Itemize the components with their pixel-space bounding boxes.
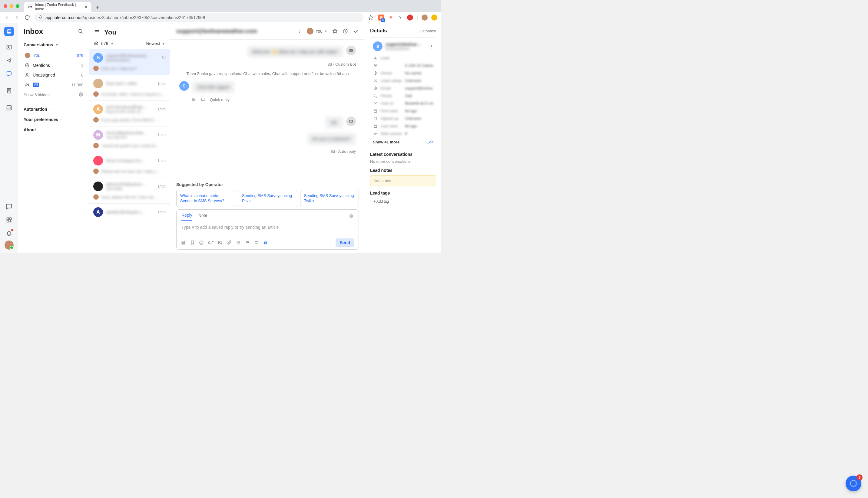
maximize-window[interactable] <box>16 4 20 8</box>
detail-row: Lead categoryUnknown <box>373 77 433 84</box>
attachment-icon[interactable] <box>227 240 232 245</box>
rail-apps-icon[interactable] <box>3 214 15 226</box>
show-more-button[interactable]: Show 41 more <box>373 140 399 144</box>
avatar-icon <box>93 66 99 71</box>
conversation-item[interactable]: Mmross@pearsonhar…Your law firm1mthI wou… <box>89 126 170 152</box>
chevron-down-icon: ▾ <box>56 43 58 47</box>
rail-chat-icon[interactable] <box>3 200 15 213</box>
suggested-article[interactable]: What is alphanumeric Sender in SMS Surve… <box>176 190 235 207</box>
extension-icon[interactable]: ▦64 <box>378 14 384 21</box>
suggested-article[interactable]: Sending SMS Surveys using Twilio <box>300 190 359 207</box>
conversations-section-toggle[interactable]: Conversations ▾ <box>24 40 83 50</box>
conversation-item[interactable]: jathorn333@yahoo…John Bibb1mthSure, plea… <box>89 178 170 203</box>
gif-icon[interactable]: GIF <box>208 241 214 245</box>
svg-point-26 <box>201 242 201 243</box>
chevron-right-icon: › <box>50 107 51 111</box>
conversation-item[interactable]: Rose Compass fro…1mthPlease tell me how … <box>89 152 170 178</box>
app-icon[interactable] <box>236 240 241 245</box>
show-hidden-button[interactable]: Show 5 hidden <box>24 90 83 100</box>
note-tab[interactable]: Note <box>199 213 207 220</box>
rail-inbox-icon[interactable] <box>3 68 15 80</box>
emoji-icon[interactable] <box>199 240 204 245</box>
composer-input[interactable]: Type # to add a saved reply or try sendi… <box>177 221 359 236</box>
close-check-icon[interactable] <box>353 28 359 34</box>
inbox-filter-mentions[interactable]: Mentions 1 <box>25 61 83 70</box>
lead-company: Bolivarweather <box>385 47 426 51</box>
conversation-item[interactable]: Paul and 1 other1mthHi Zonka. Well, I tr… <box>89 75 170 101</box>
gear-icon[interactable] <box>78 92 83 98</box>
url-path: /a/apps/orvz3ibb/inbox/inbox/2907052/con… <box>79 15 205 20</box>
address-bar[interactable]: app.intercom.com/a/apps/orvz3ibb/inbox/i… <box>35 13 363 22</box>
extension-icon[interactable] <box>431 14 437 21</box>
automation-link[interactable]: Automation › <box>24 104 83 114</box>
avatar-icon <box>93 91 99 97</box>
minimize-window[interactable] <box>10 4 13 8</box>
grid-icon[interactable] <box>245 240 250 245</box>
nav-back-button[interactable] <box>4 14 10 21</box>
rail-contacts-icon[interactable] <box>3 41 15 53</box>
suggested-article[interactable]: Sending SMS Surveys using Plivo <box>238 190 297 207</box>
svg-text:?: ? <box>351 215 352 218</box>
saved-reply-icon[interactable] <box>181 240 186 245</box>
lead-menu-icon[interactable]: ⋮ <box>430 44 433 49</box>
extension-icon[interactable]: Y <box>397 14 404 21</box>
rail-articles-icon[interactable] <box>3 85 15 97</box>
search-icon[interactable] <box>78 27 83 36</box>
hamburger-icon[interactable] <box>94 29 100 36</box>
conversation-item[interactable]: Aaweber@nfcpark.c…1mth <box>89 203 170 221</box>
close-window[interactable] <box>4 4 7 8</box>
extension-hubspot-icon[interactable]: ⚙ <box>388 14 394 21</box>
reply-tab[interactable]: Reply <box>181 213 192 221</box>
detail-row: Emailsupport@boliva… <box>373 84 433 92</box>
edit-link[interactable]: Edit <box>427 140 433 144</box>
extension-icon[interactable] <box>407 14 413 21</box>
image-icon[interactable] <box>218 240 222 245</box>
user-icon <box>373 56 378 60</box>
detail-row: First seen8d ago <box>373 107 433 115</box>
window-titlebar: 676 Inbox | Zonka Feedback | Interc × + <box>0 0 441 12</box>
rail-reports-icon[interactable] <box>3 102 15 114</box>
rail-outbound-icon[interactable] <box>3 54 15 67</box>
tab-close-icon[interactable]: × <box>85 4 87 9</box>
profile-avatar-icon[interactable] <box>422 14 427 21</box>
star-icon[interactable] <box>332 28 338 34</box>
conversation-item[interactable]: Aariel.donahue@hgn…Boys & Girls Clubs of… <box>89 101 170 126</box>
assignee-dropdown[interactable]: You ▼ <box>307 28 328 35</box>
open-count-dropdown[interactable]: 676 ▼ <box>94 41 114 46</box>
help-icon[interactable]: ? <box>349 214 354 220</box>
inbox-filter-unassigned[interactable]: Unassigned 0 <box>25 70 83 80</box>
inbox-filter-all[interactable]: All 11,960 <box>25 80 83 90</box>
intercom-logo[interactable] <box>4 27 14 36</box>
avatar-icon <box>307 28 314 35</box>
avatar-icon: A <box>93 104 103 114</box>
more-menu-icon[interactable] <box>296 28 302 34</box>
conv-title: aweber@nfcpark.c… <box>106 210 154 214</box>
new-tab-button[interactable]: + <box>93 4 102 12</box>
nav-reload-button[interactable] <box>24 14 30 21</box>
add-tag-button[interactable]: + Add tag <box>370 198 392 205</box>
card-icon[interactable] <box>254 240 259 245</box>
rail-profile-avatar[interactable] <box>4 240 14 250</box>
bookmark-icon[interactable] <box>190 240 195 245</box>
details-panel: Details Customize S support@bolivar… Bol… <box>365 23 441 253</box>
conversation-item[interactable]: Ssupport@bolivarweat…Bolivarweather8dHow… <box>89 49 170 75</box>
snooze-clock-icon[interactable] <box>343 28 348 34</box>
send-button[interactable]: Send <box>335 238 354 247</box>
calendar-icon[interactable]: 31 <box>263 240 268 245</box>
customize-link[interactable]: Customize <box>418 29 436 33</box>
preferences-link[interactable]: Your preferences › <box>24 115 83 124</box>
avatar-icon <box>93 194 99 200</box>
browser-tab-active[interactable]: 676 Inbox | Zonka Feedback | Interc × <box>24 2 91 12</box>
svg-rect-46 <box>374 110 377 113</box>
detail-value: No owner <box>405 71 433 75</box>
inbox-filter-you[interactable]: You 676 <box>25 50 83 61</box>
about-link[interactable]: About <box>24 125 83 135</box>
conv-time: 1mth <box>157 107 166 112</box>
rail-notifications-icon[interactable] <box>3 227 15 239</box>
svg-rect-0 <box>40 17 42 18</box>
svg-point-42 <box>375 65 375 65</box>
sort-dropdown[interactable]: Newest ▼ <box>146 41 165 46</box>
add-note-input[interactable]: Add a note <box>370 175 436 186</box>
conv-time: 1mth <box>157 133 166 137</box>
bookmark-star-icon[interactable] <box>368 14 374 21</box>
